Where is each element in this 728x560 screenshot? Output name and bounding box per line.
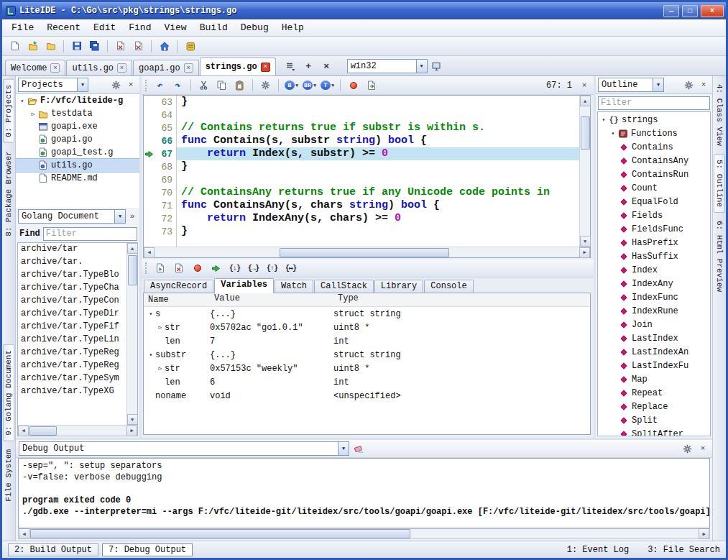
outline-item-fields[interactable]: Fields bbox=[598, 208, 710, 222]
variable-row[interactable]: len7int bbox=[144, 334, 590, 348]
maximize-button[interactable]: □ bbox=[682, 5, 698, 17]
twist-icon[interactable]: ▾ bbox=[18, 98, 27, 104]
chevron-down-icon[interactable]: ▼ bbox=[653, 78, 663, 91]
toolbar-grip[interactable] bbox=[145, 80, 147, 91]
undo-icon[interactable]: ↶ bbox=[152, 78, 168, 93]
code-area[interactable]: }// Contains returns true if substr is w… bbox=[177, 96, 579, 247]
twist-icon[interactable]: ▾ bbox=[599, 116, 608, 123]
close-all-icon[interactable] bbox=[130, 38, 147, 54]
step-into-icon[interactable]: {↓} bbox=[226, 260, 243, 276]
project-item-readme-md[interactable]: README.md bbox=[16, 172, 139, 185]
minimize-button[interactable]: — bbox=[663, 5, 679, 17]
side-tab-0-projects[interactable]: 0: Projects bbox=[3, 79, 14, 143]
scroll-right-icon[interactable]: ▶ bbox=[579, 247, 590, 258]
chevron-down-icon[interactable]: ▼ bbox=[338, 442, 349, 455]
outline-item-count[interactable]: Count bbox=[598, 181, 710, 195]
outline-item-hasprefix[interactable]: HasPrefix bbox=[598, 236, 710, 249]
project-item-goapi-go[interactable]: goapi.go bbox=[16, 133, 139, 146]
status-item-3-file-search[interactable]: 3: File Search bbox=[648, 545, 720, 555]
code-line[interactable]: func ContainsAny(s, chars string) bool { bbox=[177, 199, 579, 212]
show-current-line-icon[interactable] bbox=[208, 260, 224, 276]
code-line[interactable]: return Index(s, substr) >= 0 bbox=[177, 147, 579, 160]
panel-settings-icon[interactable] bbox=[109, 78, 122, 91]
outline-item-replace[interactable]: Replace bbox=[598, 400, 710, 413]
export-data-icon[interactable] bbox=[363, 78, 379, 93]
code-line[interactable]: // Contains returns true if substr is wi… bbox=[177, 121, 579, 134]
code-line[interactable]: } bbox=[177, 96, 579, 109]
split-editor-icon[interactable]: + bbox=[300, 58, 317, 74]
doc-item[interactable]: archive/tar.TypeCha bbox=[18, 283, 126, 295]
debug-output-text[interactable]: -sep=", ": setup separators-v=false: ver… bbox=[18, 458, 710, 528]
menu-recent[interactable]: Recent bbox=[40, 20, 87, 35]
paste-icon[interactable] bbox=[231, 78, 248, 93]
redo-icon[interactable]: ↷ bbox=[170, 78, 186, 93]
doc-item[interactable]: archive/tar.TypeSym bbox=[18, 373, 126, 386]
outline-item-containsany[interactable]: ContainsAny bbox=[598, 154, 710, 167]
run-to-cursor-icon[interactable]: {↦} bbox=[282, 260, 299, 276]
outline-item-indexrune[interactable]: IndexRune bbox=[598, 304, 710, 318]
debug-tab-variables[interactable]: Variables bbox=[214, 278, 274, 293]
options-icon[interactable] bbox=[182, 38, 198, 54]
editor-gutter[interactable]: 6364656667686970717273 bbox=[144, 96, 177, 247]
outline-item-contains[interactable]: Contains bbox=[598, 140, 710, 154]
build-config-icon[interactable] bbox=[257, 78, 274, 93]
cut-icon[interactable] bbox=[195, 78, 212, 93]
build-env-combo[interactable]: win32 ▼ bbox=[347, 59, 428, 73]
outline-panel-combo[interactable]: Outline ▼ bbox=[598, 78, 664, 92]
scroll-thumb[interactable] bbox=[280, 248, 449, 257]
tab-close-icon[interactable]: × bbox=[261, 63, 270, 72]
doc-list-hscrollbar[interactable]: ◀ ▶ bbox=[18, 425, 137, 436]
code-line[interactable] bbox=[177, 109, 579, 121]
menu-edit[interactable]: Edit bbox=[87, 20, 122, 35]
doc-item[interactable]: archive/tar.TypeReg bbox=[18, 347, 126, 360]
menu-help[interactable]: Help bbox=[275, 20, 310, 35]
doc-item[interactable]: archive/tar.TypeReg bbox=[18, 360, 126, 373]
close-button[interactable]: × bbox=[701, 5, 724, 17]
doc-item[interactable]: archive/tar bbox=[18, 244, 126, 257]
project-item-goapi-test-g[interactable]: goapi_test.g bbox=[16, 146, 139, 159]
doc-item[interactable]: archive/tar.TypeXG bbox=[18, 386, 126, 399]
panel-close-icon[interactable]: × bbox=[696, 442, 709, 455]
variable-row[interactable]: ▾s{...}struct string bbox=[144, 307, 590, 321]
close-editor-icon[interactable]: × bbox=[578, 79, 591, 92]
outline-item-split[interactable]: Split bbox=[598, 413, 710, 427]
outline-filter-input[interactable] bbox=[598, 96, 710, 110]
outline-item-index[interactable]: Index bbox=[598, 263, 710, 277]
status-tab-2-build-output[interactable]: 2: Build Output bbox=[8, 543, 98, 556]
start-debug-icon[interactable] bbox=[152, 260, 168, 276]
twist-icon[interactable]: ▾ bbox=[609, 130, 617, 137]
outline-item-lastindexfu[interactable]: LastIndexFu bbox=[598, 359, 710, 372]
outline-item-join[interactable]: Join bbox=[598, 318, 710, 331]
env-edit-icon[interactable] bbox=[428, 58, 445, 74]
panel-settings-icon[interactable] bbox=[682, 78, 695, 91]
debug-tab-library[interactable]: Library bbox=[374, 280, 423, 293]
outline-item-repeat[interactable]: Repeat bbox=[598, 386, 710, 400]
outline-item-functions[interactable]: ▾Functions bbox=[598, 127, 710, 140]
debug-tab-asyncrecord[interactable]: AsyncRecord bbox=[144, 280, 213, 293]
doc-item[interactable]: archive/tar.TypeFif bbox=[18, 321, 126, 334]
file-list-icon[interactable] bbox=[282, 58, 299, 74]
close-all-tabs-icon[interactable]: × bbox=[318, 58, 335, 74]
open-file-icon[interactable] bbox=[24, 38, 41, 54]
code-line[interactable]: return IndexAny(s, chars) >= 0 bbox=[177, 212, 579, 225]
open-folder-icon[interactable] bbox=[42, 38, 59, 54]
build-run-menu-icon[interactable]: BR▼ bbox=[301, 78, 318, 93]
scroll-down-icon[interactable]: ▼ bbox=[127, 414, 138, 425]
tab-utils-go[interactable]: utils.go× bbox=[66, 60, 132, 75]
outline-item-map[interactable]: Map bbox=[598, 372, 710, 386]
panel-close-icon[interactable]: × bbox=[124, 78, 137, 91]
editor-scrollbar[interactable]: ▲ ▼ bbox=[579, 96, 590, 247]
twist-icon[interactable]: ▷ bbox=[29, 111, 37, 117]
project-item-testdata[interactable]: ▷testdata bbox=[16, 107, 139, 120]
code-editor[interactable]: 6364656667686970717273 }// Contains retu… bbox=[143, 95, 591, 258]
outline-item-containsrun[interactable]: ContainsRun bbox=[598, 167, 710, 181]
debug-tab-console[interactable]: Console bbox=[424, 280, 473, 293]
doc-item[interactable]: archive/tar. bbox=[18, 257, 126, 270]
scroll-left-icon[interactable]: ◀ bbox=[144, 247, 155, 258]
scroll-left-icon[interactable]: ◀ bbox=[18, 426, 29, 436]
scroll-thumb[interactable] bbox=[581, 116, 590, 150]
menu-file[interactable]: File bbox=[5, 20, 40, 35]
code-line[interactable]: func Contains(s, substr string) bool { bbox=[177, 134, 579, 147]
tab-welcome[interactable]: Welcome× bbox=[5, 60, 65, 75]
side-tab-6-html-preview[interactable]: 6: Html Preview bbox=[714, 216, 724, 297]
